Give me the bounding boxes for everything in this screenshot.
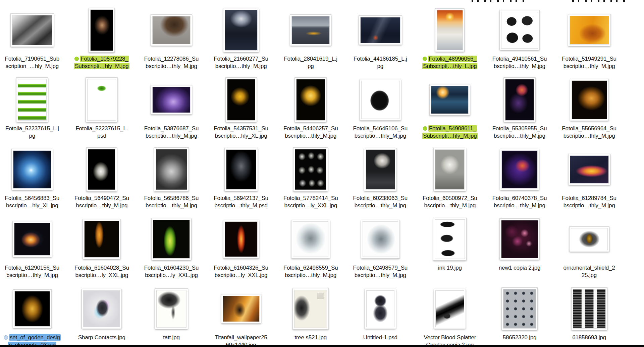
thumbnail-frame[interactable] [154, 148, 189, 191]
file-item[interactable]: Fotolia_61289784_Su bscriptio…thly_M.jpg [554, 145, 624, 215]
thumbnail-frame[interactable] [570, 227, 609, 252]
thumbnail-frame[interactable] [500, 149, 539, 190]
thumbnail-frame[interactable] [293, 148, 328, 191]
thumbnail-frame[interactable] [570, 79, 608, 121]
file-item[interactable]: tatt.jpg [137, 285, 206, 347]
file-item[interactable]: Fotolia_56490472_Su bscriptio…thly_M.jpg [67, 145, 137, 215]
file-label[interactable]: Fotolia_44186185_L.j pg [353, 55, 408, 70]
thumbnail-frame[interactable] [223, 8, 259, 52]
file-item[interactable]: new1 copia 2.jpg [485, 215, 554, 285]
file-item[interactable]: Fotolia_56456883_Su bscriptio…hly_XL.jpg [0, 145, 67, 215]
thumbnail-frame[interactable] [151, 85, 192, 114]
thumbnail-frame[interactable] [291, 220, 330, 258]
file-item[interactable]: Fotolia_49410561_Su bscriptio…thly_M.jpg [485, 6, 554, 76]
file-item[interactable]: Fotolia_53876687_Su bscriptio…thly_M.jpg [137, 76, 206, 145]
file-label[interactable]: Fotolia_10579228_ Subscripti…hly_M.jpg [74, 55, 129, 70]
file-item[interactable]: Fotolia_55305955_Su bscriptio…thly_M.jpg [485, 76, 554, 145]
file-label[interactable]: Fotolia_55656964_Su bscriptio…thly_M.jpg [561, 125, 617, 140]
file-label[interactable]: Fotolia_48996056_ Subscripti…thly_L.jpg [422, 55, 477, 70]
file-item[interactable]: Fotolia_61604230_Su bscriptio…ly_XXL.jpg [137, 215, 206, 285]
file-item[interactable]: Fotolia_51949291_Su bscriptio…thly_M.jpg [554, 6, 624, 76]
file-label[interactable]: Fotolia_52237615_L. psd [75, 125, 128, 140]
thumbnail-frame[interactable] [290, 15, 331, 46]
file-item[interactable]: Fotolia_28041619_L.j pg [276, 6, 345, 76]
thumbnail-frame[interactable] [434, 148, 466, 191]
thumbnail-frame[interactable] [293, 288, 328, 329]
file-item[interactable]: Fotolia_60740378_Su bscriptio…thly_M.jpg [485, 145, 554, 215]
thumbnail-frame[interactable] [365, 289, 396, 329]
file-item[interactable]: Fotolia_10579228_ Subscripti…hly_M.jpg [67, 6, 137, 76]
file-label[interactable]: Fotolia_61604230_Su bscriptio…ly_XXL.jpg [144, 264, 200, 279]
file-item[interactable]: Fotolia_62498559_Su bscriptio…thly_M.jpg [276, 215, 345, 285]
thumbnail-frame[interactable] [152, 218, 191, 260]
file-item[interactable]: Fotolia_60500972_Su bscriptio…thly_M.jpg [415, 145, 485, 215]
file-label[interactable]: Fotolia_28041619_L.j pg [283, 55, 338, 70]
thumbnail-frame[interactable] [226, 78, 257, 122]
file-label[interactable]: Fotolia_56586786_Su bscriptio…thly_M.jpg [144, 195, 200, 209]
file-label[interactable]: Fotolia_12278086_Su bscriptio…thly_M.jpg [144, 55, 200, 70]
file-item[interactable]: Fotolia_62498579_Su bscriptio…thly_M.jpg [345, 215, 415, 285]
file-label[interactable]: tree s521.jpg [294, 334, 327, 341]
thumbnail-frame[interactable] [89, 8, 114, 52]
thumbnail-frame[interactable] [359, 16, 402, 45]
thumbnail-frame[interactable] [500, 10, 539, 50]
file-label[interactable]: Fotolia_61604326_Su bscriptio…ly_XXL.jpg [213, 264, 269, 279]
file-item[interactable]: Fotolia_56942137_Su bscriptio…thly_M.psd [206, 145, 276, 215]
thumbnail-frame[interactable] [504, 78, 535, 122]
thumbnail-frame[interactable] [82, 289, 121, 329]
file-item[interactable]: ornamental_shield_2 25.jpg [554, 215, 624, 285]
file-label[interactable]: Fotolia_56942137_Su bscriptio…thly_M.psd [213, 195, 269, 209]
file-label[interactable]: Fotolia_54645106_Su bscriptio…thly_M.jpg [352, 125, 408, 140]
file-item[interactable]: Fotolia_57782414_Su bscriptio…ly_XXL.jpg [276, 145, 345, 215]
file-item[interactable]: Titanfall_wallpaper25 60x1440.jpg [206, 285, 276, 347]
thumbnail-frame[interactable] [86, 78, 117, 122]
file-label[interactable]: Fotolia_62498579_Su bscriptio…thly_M.jpg [352, 264, 408, 279]
file-label[interactable]: Fotolia_62498559_Su bscriptio…thly_M.jpg [283, 264, 339, 279]
file-item[interactable]: set_of_goden_desig n_elements_03.jpg [0, 285, 67, 347]
file-item[interactable]: Untitled-1.psd [345, 285, 415, 347]
thumbnail-frame[interactable] [155, 289, 188, 329]
thumbnail-frame[interactable] [434, 289, 466, 329]
file-label[interactable]: ornamental_shield_2 25.jpg [563, 264, 616, 279]
file-item[interactable]: Fotolia_52237615_L. psd [67, 76, 137, 145]
file-item[interactable]: Fotolia_61604028_Su bscriptio…ly_XXL.jpg [67, 215, 137, 285]
thumbnail-frame[interactable] [225, 148, 258, 191]
file-item[interactable]: Fotolia_61604326_Su bscriptio…ly_XXL.jpg [206, 215, 276, 285]
thumbnail-frame[interactable] [16, 78, 48, 122]
file-label[interactable]: new1 copia 2.jpg [498, 264, 541, 272]
thumbnail-frame[interactable] [11, 14, 54, 47]
thumbnail-frame[interactable] [569, 154, 610, 185]
file-item[interactable]: Fotolia_60238063_Su bscriptio…thly_M.jpg [345, 145, 415, 215]
thumbnail-frame[interactable] [87, 148, 117, 191]
file-label[interactable]: Fotolia_61604028_Su bscriptio…ly_XXL.jpg [74, 264, 130, 279]
thumbnail-frame[interactable] [435, 9, 464, 52]
file-label[interactable]: ink 19.jpg [437, 264, 463, 272]
file-item[interactable]: Fotolia_55656964_Su bscriptio…thly_M.jpg [554, 76, 624, 145]
file-item[interactable]: Fotolia_44186185_L.j pg [345, 6, 415, 76]
file-label[interactable]: Fotolia_7190651_Sub scription_…hly_M.jpg [4, 55, 60, 70]
file-item[interactable]: Vector Blood Splatter Overlay copia 2.jp… [415, 285, 485, 347]
file-item[interactable]: 58652320.jpg [485, 285, 554, 347]
thumbnail-frame[interactable] [12, 149, 53, 190]
file-item[interactable]: Fotolia_52237615_L.j pg [0, 76, 67, 145]
file-label[interactable]: 61858693.jpg [572, 334, 607, 341]
thumbnail-frame[interactable] [430, 84, 470, 115]
thumbnail-frame[interactable] [502, 288, 537, 330]
file-item[interactable]: Fotolia_7190651_Sub scription_…hly_M.jpg [0, 6, 67, 76]
thumbnail-frame[interactable] [360, 79, 401, 120]
file-label[interactable]: Fotolia_54357531_Su bscriptio…hly_XL.jpg [213, 125, 269, 140]
file-label[interactable]: Fotolia_51949291_Su bscriptio…thly_M.jpg [561, 55, 617, 70]
file-item[interactable]: Fotolia_54406257_Su bscriptio…thly_M.jpg [276, 76, 345, 145]
file-item[interactable]: Fotolia_61290156_Su bscriptio…thly_M.jpg [0, 215, 67, 285]
file-item[interactable]: Fotolia_54908611_ Subscripti…hly_M.jpg [415, 76, 485, 145]
thumbnail-frame[interactable] [13, 290, 51, 328]
file-item[interactable]: Fotolia_12278086_Su bscriptio…thly_M.jpg [137, 6, 206, 76]
file-label[interactable]: Fotolia_57782414_Su bscriptio…ly_XXL.jpg [283, 195, 339, 209]
thumbnail-frame[interactable] [361, 220, 399, 258]
file-label[interactable]: Fotolia_60500972_Su bscriptio…thly_M.jpg [422, 195, 478, 209]
file-label[interactable]: Fotolia_54908611_ Subscripti…hly_M.jpg [422, 125, 477, 140]
file-label[interactable]: Fotolia_56490472_Su bscriptio…thly_M.jpg [74, 195, 130, 209]
thumbnail-frame[interactable] [151, 15, 192, 46]
file-label[interactable]: Fotolia_53876687_Su bscriptio…thly_M.jpg [144, 125, 200, 140]
thumbnail-frame[interactable] [223, 220, 259, 258]
